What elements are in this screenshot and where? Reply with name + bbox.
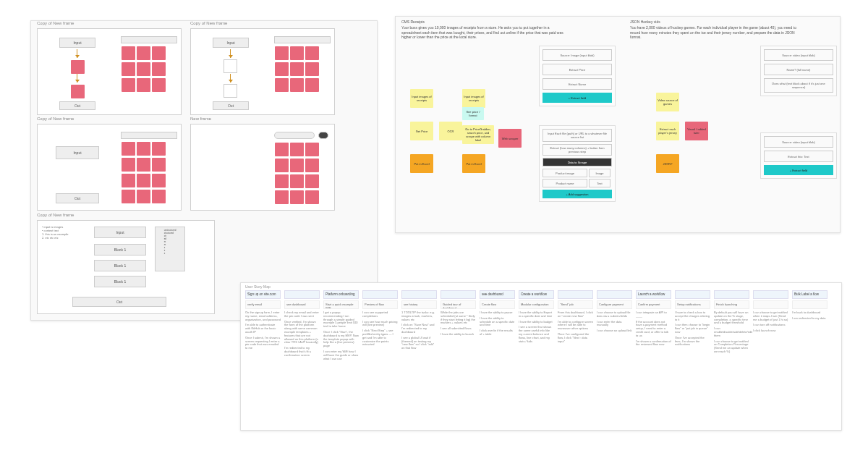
story-activity[interactable]: Configure payment <box>597 300 632 309</box>
frame-1: Input Out <box>190 28 335 115</box>
story-epic[interactable]: Bulk Label a flow <box>792 290 827 299</box>
story-note: I see all submitted flows <box>441 327 476 331</box>
story-epic[interactable] <box>753 290 788 299</box>
story-note: I can see supported completions <box>362 311 398 318</box>
story-note: I see a global UI wait if (themed) on te… <box>401 337 437 350</box>
story-note: I'm able to configure screen where I wil… <box>558 321 593 331</box>
story-note: I check my email and enter the pin code … <box>284 311 320 318</box>
flow-node[interactable]: Put in Excel <box>462 154 485 173</box>
story-column: Create a workflowModular configurationI … <box>519 290 554 421</box>
add-suggestion-button[interactable]: + Add suggestion <box>542 190 612 198</box>
flow-node[interactable]: Go to PriceGrabber, search price, and sc… <box>462 125 494 144</box>
story-activity[interactable]: see dashboard <box>284 300 320 309</box>
flow-node[interactable]: Get Price <box>410 122 433 140</box>
var-extract-price[interactable]: Extract Price <box>542 64 612 75</box>
story-epic[interactable]: Create a workflow <box>519 290 554 299</box>
scenario-title: CMS Receipts <box>401 20 568 25</box>
story-epic[interactable] <box>441 290 476 299</box>
frame-3 <box>190 124 335 211</box>
story-activity[interactable]: Finish launching <box>714 300 749 309</box>
flow-node[interactable]: Input images of receipts <box>410 89 433 108</box>
flow-node[interactable]: Input images of receipts <box>462 89 485 108</box>
var-extract-text[interactable]: Extract this: Text <box>764 151 833 162</box>
story-note: I'm redirected to my dashboard that's fi… <box>284 347 320 357</box>
user-story-map: User Story Map Sign up on site.comverify… <box>240 282 842 431</box>
story-note: I can integrate an API to ____ <box>636 311 671 318</box>
var-type-image[interactable]: Image <box>589 169 610 177</box>
grid-header <box>121 36 177 43</box>
story-activity[interactable]: Modular configuration <box>519 300 554 309</box>
story-activity[interactable]: Confirm payment <box>636 300 671 309</box>
story-epic[interactable] <box>675 290 710 299</box>
frame-label: Copy of New frame <box>37 117 74 121</box>
add-extract-button[interactable]: + Extract field <box>542 93 612 103</box>
flow-canvas: CMS Receipts Your boss gives you 10,000 … <box>395 16 841 233</box>
story-epic[interactable]: see dashboard <box>480 290 515 299</box>
story-activity[interactable]: Preview of flow <box>362 300 398 309</box>
var-type-text[interactable]: Text <box>589 179 610 187</box>
story-epic[interactable] <box>597 290 632 299</box>
story-note: I can turn off notifications <box>753 324 788 327</box>
flow-node[interactable]: See price / format <box>462 107 484 120</box>
flow-node[interactable]: Visual / added later <box>685 122 708 140</box>
story-activity[interactable]: Setup notifications <box>675 300 710 309</box>
story-activity[interactable] <box>792 300 827 309</box>
story-epic[interactable] <box>284 290 320 299</box>
story-note: I can enable/disable/add/delete/edit the… <box>714 327 749 337</box>
var-product-image[interactable]: Product image <box>542 169 587 177</box>
story-activity[interactable]: Start a quick example W/E <box>323 300 359 309</box>
story-epic[interactable] <box>401 290 437 299</box>
story-activity[interactable]: Guided tour of dashboard <box>441 300 476 309</box>
var-panel: Source: video (input blob) Name? (full n… <box>760 46 837 96</box>
flow-node[interactable]: JSON? <box>656 154 679 173</box>
add-extract-button[interactable]: + Extract field <box>764 165 833 175</box>
flow-node[interactable]: OCR <box>439 122 462 140</box>
block-1: Block 1 <box>94 244 146 256</box>
story-activity[interactable]: "Send" job <box>558 300 593 309</box>
story-epic[interactable]: Sign up on site.com <box>245 290 281 299</box>
wireframe-cluster: Copy of New frame Input Out Copy of New … <box>30 20 378 321</box>
story-column: Guided tour of dashboardWhile the jobs a… <box>441 290 476 421</box>
story-epic[interactable] <box>714 290 749 299</box>
arrow-icon <box>77 49 77 58</box>
var-product-name[interactable]: Product name <box>542 179 587 187</box>
story-epic[interactable] <box>362 290 398 299</box>
story-epic[interactable]: Launch a workflow <box>636 290 671 299</box>
var-does-what[interactable]: Does what (text block about if it's just… <box>764 78 833 93</box>
story-note: From this dashboard, I click on "create … <box>558 311 593 318</box>
story-column: see dashboardI check my email and enter … <box>284 290 320 421</box>
var-source-video[interactable]: Source: video (input blob) <box>764 49 833 61</box>
flow-node[interactable]: Video source of games <box>656 93 679 111</box>
story-note: I can choose to get notified when it sto… <box>753 311 788 321</box>
flow-node[interactable]: Put in Excel <box>410 154 433 173</box>
story-activity[interactable] <box>753 300 788 309</box>
story-activity[interactable]: Create flow <box>480 300 515 309</box>
story-epic[interactable]: Platform onboarding <box>323 290 359 299</box>
story-note: I can see how much pricing will (live pr… <box>362 321 398 328</box>
var-extract-cols[interactable]: Extract (how many columns) + button from… <box>542 144 612 156</box>
story-activity[interactable]: see history <box>401 300 437 309</box>
var-name[interactable]: Name? (full name) <box>764 64 833 75</box>
story-note: Once I've accepted the fees, I'm shown t… <box>675 337 710 347</box>
story-note: I have to check a box to accept the char… <box>675 311 710 321</box>
story-epic[interactable] <box>558 290 593 299</box>
story-column: "Send" jobFrom this dashboard, I click o… <box>558 290 593 421</box>
flow-node[interactable]: Web scraper <box>498 129 522 148</box>
flow-node[interactable]: Extract each player's jersey <box>656 122 679 140</box>
scenario-text: Your boss gives you 10,000 images of rec… <box>401 25 568 40</box>
frame-label: Copy of New frame <box>37 213 74 217</box>
var-source[interactable]: Source: Image (input blob) <box>542 49 612 61</box>
story-note: If the account does not have a payment m… <box>636 321 671 338</box>
story-activity[interactable]: verify email <box>245 300 281 309</box>
grid-header <box>274 36 331 43</box>
var-extract-name[interactable]: Extract Name <box>542 78 612 90</box>
story-note: I can enter my W/E how I will have the g… <box>323 350 359 360</box>
arrow-icon <box>230 49 231 58</box>
var-input-path[interactable]: Input Each file (path) or URL to a whate… <box>542 129 612 142</box>
var-source-video[interactable]: Source: video (input blob) <box>764 136 833 148</box>
story-note: I can choose an upload link <box>597 329 632 333</box>
story-note: I'm shown a confirmation of the reviewed… <box>636 340 671 347</box>
frame-0: Input Out <box>37 28 182 115</box>
story-note: Once I've configured the flow, I click "… <box>558 333 593 343</box>
story-column: Preview of flowI can see supported compl… <box>362 290 398 421</box>
